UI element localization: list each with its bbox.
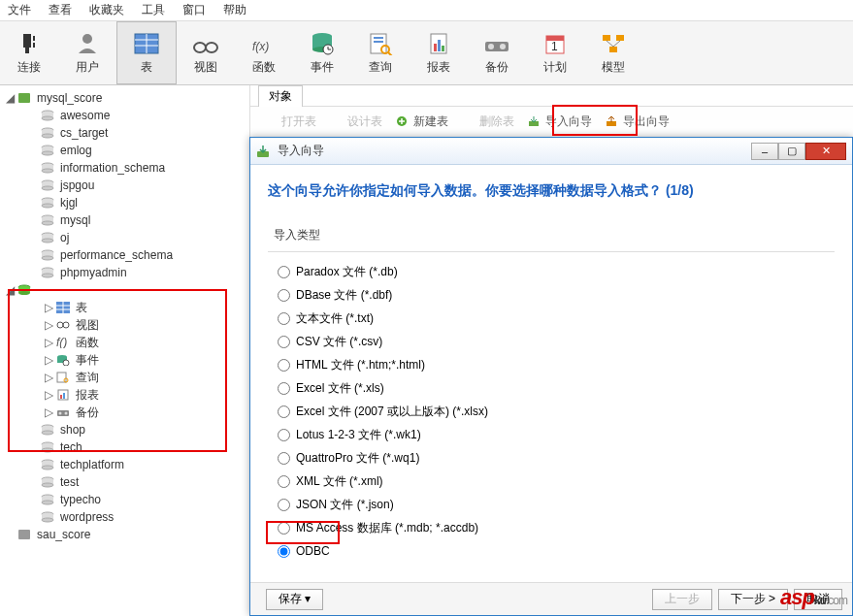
- action-导出向导[interactable]: 导出向导: [606, 113, 670, 130]
- radio-input[interactable]: [278, 545, 290, 558]
- toolbar-event[interactable]: 事件: [293, 21, 351, 84]
- db-awesome[interactable]: awesome: [0, 107, 249, 124]
- toolbar-fx[interactable]: f(x)函数: [235, 21, 293, 84]
- svg-point-48: [42, 151, 53, 155]
- db-phpmyadmin[interactable]: phpmyadmin: [0, 264, 249, 281]
- next-button[interactable]: 下一步 >: [718, 589, 788, 610]
- node-视图[interactable]: ▷视图: [0, 316, 249, 334]
- toolbar-user[interactable]: 用户: [58, 21, 116, 84]
- menu-文件[interactable]: 文件: [8, 2, 31, 18]
- radio-option-5[interactable]: Excel 文件 (*.xls): [278, 376, 835, 400]
- close-button[interactable]: ✕: [805, 143, 846, 160]
- radio-input[interactable]: [278, 405, 290, 418]
- dialog-titlebar[interactable]: 导入向导 – ▢ ✕: [250, 138, 852, 165]
- menu-收藏夹[interactable]: 收藏夹: [89, 2, 124, 18]
- menu-窗口[interactable]: 窗口: [182, 2, 206, 18]
- svg-point-57: [42, 204, 53, 208]
- toolbar-table[interactable]: 表: [116, 21, 177, 84]
- plug-icon: [14, 30, 45, 57]
- radio-option-8[interactable]: QuattroPro 文件 (*.wq1): [278, 446, 835, 470]
- radio-option-7[interactable]: Lotus 1-2-3 文件 (*.wk1): [278, 423, 835, 446]
- action-新建表[interactable]: 新建表: [396, 113, 448, 130]
- svg-rect-35: [616, 35, 624, 41]
- db-information_schema[interactable]: information_schema: [0, 159, 249, 177]
- radio-input[interactable]: [278, 359, 290, 372]
- toolbar-query[interactable]: 查询: [351, 21, 410, 84]
- cancel-button[interactable]: 取消: [794, 589, 842, 610]
- menu-帮助[interactable]: 帮助: [223, 2, 246, 18]
- db-jspgou[interactable]: jspgou: [0, 177, 249, 194]
- db-cs_target[interactable]: cs_target: [0, 124, 249, 142]
- model-icon: [598, 30, 629, 57]
- db-shop[interactable]: shop: [0, 421, 249, 438]
- node-表[interactable]: ▷表: [0, 299, 249, 316]
- radio-input[interactable]: [278, 475, 290, 488]
- svg-point-51: [42, 169, 53, 173]
- radio-option-11[interactable]: MS Access 数据库 (*.mdb; *.accdb): [278, 516, 835, 539]
- action-导入向导[interactable]: 导入向导: [528, 113, 592, 130]
- db-test[interactable]: test: [0, 473, 249, 491]
- toolbar-report[interactable]: 报表: [410, 21, 468, 84]
- radio-option-2[interactable]: 文本文件 (*.txt): [278, 307, 835, 330]
- radio-input[interactable]: [278, 289, 290, 302]
- svg-point-93: [42, 431, 53, 435]
- menu-查看[interactable]: 查看: [49, 2, 72, 18]
- svg-point-4: [82, 34, 92, 44]
- radio-option-9[interactable]: XML 文件 (*.xml): [278, 470, 835, 493]
- radio-input[interactable]: [278, 429, 290, 441]
- db-performance_schema[interactable]: performance_schema: [0, 246, 249, 264]
- schedule-icon: 1: [540, 30, 571, 57]
- conn-mysql_score[interactable]: ◢mysql_score: [0, 89, 249, 107]
- radio-option-0[interactable]: Paradox 文件 (*.db): [278, 260, 835, 283]
- radio-input[interactable]: [278, 336, 290, 348]
- toolbar-backup[interactable]: 备份: [468, 21, 526, 84]
- radio-input[interactable]: [278, 312, 290, 325]
- toolbar-schedule[interactable]: 1计划: [526, 21, 584, 84]
- svg-point-45: [42, 134, 53, 138]
- conn-sau_score[interactable]: sau_score: [0, 526, 249, 543]
- minimize-button[interactable]: –: [751, 143, 778, 160]
- save-button[interactable]: 保存 ▾: [266, 589, 323, 610]
- db-expanded[interactable]: ◢: [0, 281, 249, 299]
- event-icon: [307, 30, 338, 57]
- radio-input[interactable]: [278, 522, 290, 535]
- node-备份[interactable]: ▷备份: [0, 404, 249, 421]
- node-报表[interactable]: ▷报表: [0, 386, 249, 404]
- radio-option-12[interactable]: ODBC: [278, 539, 835, 563]
- db-typecho[interactable]: typecho: [0, 491, 249, 508]
- node-事件[interactable]: ▷事件: [0, 351, 249, 369]
- radio-option-6[interactable]: Excel 文件 (2007 或以上版本) (*.xlsx): [278, 400, 835, 423]
- radio-input[interactable]: [278, 266, 290, 278]
- radio-option-1[interactable]: DBase 文件 (*.dbf): [278, 283, 835, 307]
- maximize-button[interactable]: ▢: [778, 143, 805, 160]
- svg-point-42: [42, 116, 53, 120]
- radio-input[interactable]: [278, 382, 290, 395]
- svg-line-37: [607, 41, 613, 47]
- radio-input[interactable]: [278, 499, 290, 511]
- node-查询[interactable]: ▷查询: [0, 369, 249, 386]
- db-emlog[interactable]: emlog: [0, 142, 249, 159]
- toolbar-model[interactable]: 模型: [584, 21, 642, 84]
- radio-option-3[interactable]: CSV 文件 (*.csv): [278, 330, 835, 353]
- wizard-heading: 这个向导允许你指定如何导入数据。你要选择哪种数据导入格式？ (1/8): [268, 182, 835, 200]
- svg-point-54: [42, 186, 53, 190]
- toolbar-plug[interactable]: 连接: [0, 21, 58, 84]
- radio-option-10[interactable]: JSON 文件 (*.json): [278, 493, 835, 516]
- svg-rect-27: [442, 46, 444, 51]
- action-打开表: 打开表: [264, 113, 316, 130]
- radio-option-4[interactable]: HTML 文件 (*.htm;*.html): [278, 353, 835, 376]
- toolbar-view[interactable]: 视图: [177, 21, 235, 84]
- menu-工具[interactable]: 工具: [142, 2, 165, 18]
- view-icon: [190, 30, 221, 57]
- node-函数[interactable]: ▷f()函数: [0, 334, 249, 351]
- sidebar-tree[interactable]: ◢mysql_scoreawesomecs_targetemloginforma…: [0, 85, 250, 616]
- db-tech[interactable]: tech: [0, 438, 249, 456]
- db-mysql[interactable]: mysql: [0, 211, 249, 229]
- db-techplatform[interactable]: techplatform: [0, 456, 249, 473]
- tab-objects[interactable]: 对象: [258, 85, 303, 107]
- db-oj[interactable]: oj: [0, 229, 249, 246]
- db-kjgl[interactable]: kjgl: [0, 194, 249, 211]
- db-wordpress[interactable]: wordpress: [0, 508, 249, 526]
- report-icon: [423, 30, 454, 57]
- radio-input[interactable]: [278, 452, 290, 465]
